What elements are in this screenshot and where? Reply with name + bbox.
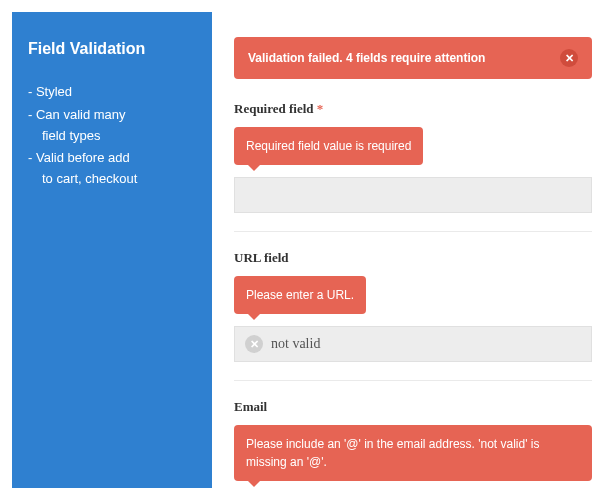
field-email: Email Please include an '@' in the email… bbox=[234, 399, 592, 488]
url-input[interactable] bbox=[271, 336, 581, 352]
error-tooltip: Please include an '@' in the email addre… bbox=[234, 425, 592, 481]
sidebar-item-text: - Styled bbox=[28, 84, 72, 99]
required-input[interactable] bbox=[234, 177, 592, 213]
close-icon[interactable]: ✕ bbox=[560, 49, 578, 67]
alert-message: Validation failed. 4 fields require atte… bbox=[248, 51, 485, 65]
error-tooltip: Please enter a URL. bbox=[234, 276, 366, 314]
field-label: Required field * bbox=[234, 101, 592, 117]
sidebar-item-text: - Valid before add bbox=[28, 150, 130, 165]
sidebar-item: - Valid before add to cart, checkout bbox=[28, 148, 196, 190]
field-required: Required field * Required field value is… bbox=[234, 101, 592, 232]
required-mark: * bbox=[314, 101, 324, 116]
sidebar-item-cont: to cart, checkout bbox=[28, 169, 196, 190]
invalid-icon: ✕ bbox=[245, 335, 263, 353]
label-text: Required field bbox=[234, 101, 314, 116]
sidebar-list: - Styled - Can valid many field types - … bbox=[28, 82, 196, 190]
sidebar-item: - Styled bbox=[28, 82, 196, 103]
sidebar-title: Field Validation bbox=[28, 40, 196, 58]
validation-alert: Validation failed. 4 fields require atte… bbox=[234, 37, 592, 79]
sidebar-item-text: - Can valid many bbox=[28, 107, 126, 122]
sidebar-item-cont: field types bbox=[28, 126, 196, 147]
url-input-wrapper[interactable]: ✕ bbox=[234, 326, 592, 362]
field-url: URL field Please enter a URL. ✕ bbox=[234, 250, 592, 381]
field-label: URL field bbox=[234, 250, 592, 266]
sidebar-item: - Can valid many field types bbox=[28, 105, 196, 147]
sidebar: Field Validation - Styled - Can valid ma… bbox=[12, 12, 212, 488]
error-tooltip: Required field value is required bbox=[234, 127, 423, 165]
main-panel: Validation failed. 4 fields require atte… bbox=[212, 12, 604, 488]
field-label: Email bbox=[234, 399, 592, 415]
